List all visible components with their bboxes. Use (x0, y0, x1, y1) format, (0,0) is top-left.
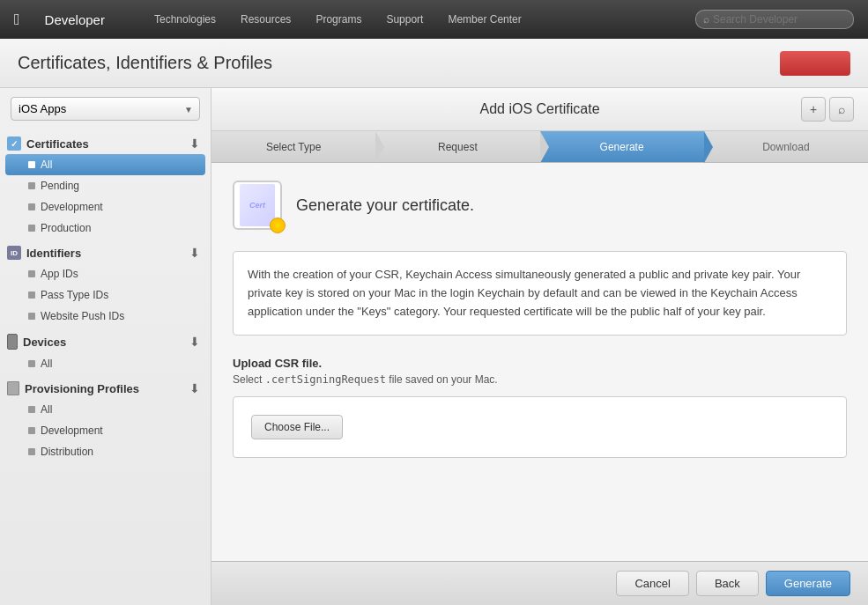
step-download[interactable]: Download (704, 131, 868, 162)
allprofiles-dot-icon (28, 406, 35, 413)
devices-chevron-icon: ⬇ (189, 335, 200, 349)
upload-section: Upload CSR file. Select .certSigningRequ… (233, 357, 847, 458)
provisioning-icon (7, 381, 19, 395)
sidebar-item-all-profiles[interactable]: All (0, 399, 211, 420)
certificates-icon: ✓ (7, 136, 21, 151)
file-upload-area: Choose File... (233, 396, 847, 458)
all-dot-icon (28, 161, 35, 168)
pending-dot-icon (28, 182, 35, 189)
nav-technologies[interactable]: Technologies (154, 13, 216, 26)
nav-support[interactable]: Support (386, 13, 423, 26)
devices-section-header[interactable]: Devices ⬇ (0, 327, 211, 353)
sidebar-item-website-push-ids[interactable]: Website Push IDs (0, 306, 211, 327)
sidebar-item-pending[interactable]: Pending (0, 175, 211, 196)
search-icon: ⌕ (703, 13, 709, 26)
distribution-dot-icon (28, 448, 35, 455)
upload-title: Upload CSR file. (233, 357, 847, 370)
passtypeids-dot-icon (28, 291, 35, 299)
add-button[interactable]: + (801, 97, 826, 122)
production-dot-icon (28, 225, 35, 232)
step-request[interactable]: Request (375, 131, 539, 162)
main-layout: iOS Apps Mac Apps ✓ Certificates ⬇ All P… (0, 88, 868, 605)
websitepushids-dot-icon (28, 313, 35, 320)
cancel-button[interactable]: Cancel (616, 571, 688, 596)
sidebar-item-pass-type-ids[interactable]: Pass Type IDs (0, 284, 211, 306)
generate-title: Generate your certificate. (296, 196, 474, 215)
certificates-chevron-icon: ⬇ (189, 136, 200, 151)
sidebar-item-app-ids[interactable]: App IDs (0, 263, 211, 284)
top-navigation:  Developer Technologies Resources Progr… (0, 0, 868, 39)
content-title: Add iOS Certificate (278, 101, 801, 117)
sidebar-item-development-profile[interactable]: Development (0, 420, 211, 441)
description-text: With the creation of your CSR, Keychain … (233, 251, 847, 336)
cert-doc-icon: Cert (240, 184, 275, 226)
identifiers-section-header[interactable]: ID Identifiers ⬇ (0, 239, 211, 263)
back-button[interactable]: Back (696, 571, 759, 596)
certificate-icon: Cert (233, 181, 282, 230)
search-input[interactable] (713, 13, 836, 26)
sidebar-item-development-cert[interactable]: Development (0, 196, 211, 218)
cert-star-icon (270, 218, 286, 233)
choose-file-button[interactable]: Choose File... (251, 415, 343, 439)
provisioning-section-header[interactable]: Provisioning Profiles ⬇ (0, 374, 211, 399)
page-header: Certificates, Identifiers & Profiles (0, 39, 868, 88)
identifiers-icon: ID (7, 246, 21, 260)
nav-programs[interactable]: Programs (315, 13, 361, 26)
progress-steps: Select Type Request Generate Download (211, 131, 868, 163)
search-button[interactable]: ⌕ (829, 97, 854, 122)
apple-logo-icon:  (14, 11, 20, 29)
certificates-section-header[interactable]: ✓ Certificates ⬇ (0, 129, 211, 154)
sidebar: iOS Apps Mac Apps ✓ Certificates ⬇ All P… (0, 88, 211, 605)
nav-resources[interactable]: Resources (241, 13, 291, 26)
generate-button[interactable]: Generate (766, 571, 850, 596)
certificates-label: Certificates (26, 137, 89, 151)
appids-dot-icon (28, 270, 35, 277)
alldevices-dot-icon (28, 360, 35, 367)
search-box[interactable]: ⌕ (695, 10, 854, 29)
sidebar-item-production-cert[interactable]: Production (0, 218, 211, 239)
content-area: Add iOS Certificate + ⌕ Select Type Requ… (211, 88, 868, 605)
content-body: Cert Generate your certificate. With the… (211, 163, 868, 561)
content-footer: Cancel Back Generate (211, 561, 868, 605)
upload-subtitle: Select .certSigningRequest file saved on… (233, 373, 847, 386)
account-button[interactable] (780, 51, 850, 76)
step-select-type[interactable]: Select Type (211, 131, 375, 162)
sidebar-item-all-devices[interactable]: All (0, 353, 211, 374)
app-type-select[interactable]: iOS Apps Mac Apps (11, 97, 200, 121)
sidebar-item-all-certificates[interactable]: All (5, 154, 205, 175)
nav-links: Technologies Resources Programs Support … (154, 13, 674, 26)
devices-icon (7, 334, 18, 350)
developer-label: Developer (45, 12, 105, 27)
devprofile-dot-icon (28, 427, 35, 434)
cert-header: Cert Generate your certificate. (233, 181, 847, 230)
provisioning-chevron-icon: ⬇ (189, 381, 200, 395)
sidebar-item-distribution[interactable]: Distribution (0, 441, 211, 462)
development-dot-icon (28, 203, 35, 210)
nav-member-center[interactable]: Member Center (448, 13, 521, 26)
identifiers-label: Identifiers (26, 247, 81, 260)
provisioning-label: Provisioning Profiles (25, 382, 139, 395)
step-generate[interactable]: Generate (540, 131, 704, 162)
content-header: Add iOS Certificate + ⌕ (211, 88, 868, 131)
header-icons: + ⌕ (801, 97, 854, 122)
identifiers-chevron-icon: ⬇ (189, 246, 200, 260)
app-type-dropdown[interactable]: iOS Apps Mac Apps (11, 97, 200, 121)
page-title: Certificates, Identifiers & Profiles (18, 53, 272, 73)
devices-label: Devices (23, 336, 66, 349)
